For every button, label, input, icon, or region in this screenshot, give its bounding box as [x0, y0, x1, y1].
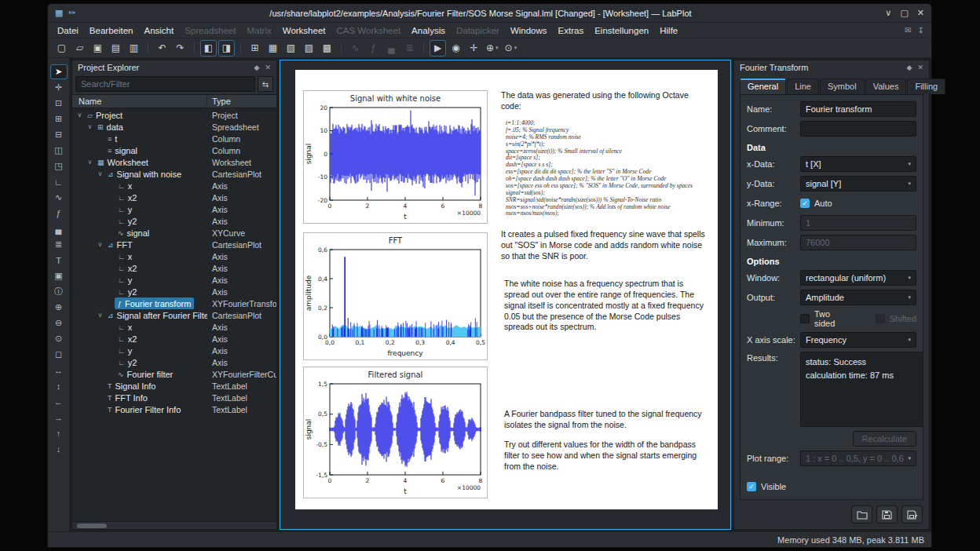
add-plot-four-axes-button[interactable]: ⊞: [50, 111, 68, 126]
download-icon[interactable]: ↧: [918, 26, 924, 35]
add-xy-curve-button[interactable]: ∿: [50, 190, 68, 205]
shift-left-button[interactable]: ←: [50, 394, 68, 409]
tree-row-x[interactable]: ∟xAxis: [72, 321, 276, 333]
maximize-button[interactable]: ▢: [900, 8, 908, 18]
tree-row-y[interactable]: ∟yAxis: [72, 203, 276, 215]
undo-button[interactable]: ↶: [154, 40, 170, 57]
minimize-button[interactable]: ∨: [885, 8, 891, 18]
text-label-octave-code[interactable]: t=1:1:4000;f=.05; % Signal frequencynois…: [506, 120, 708, 217]
plot-signal-with-noise[interactable]: Signal with white noise02468-20-1001020t…: [303, 90, 488, 224]
tree-row-x2[interactable]: ∟x2Axis: [72, 262, 276, 274]
navigate-mode-button[interactable]: ▶: [430, 40, 446, 57]
toggle-project-explorer-button[interactable]: ◧: [200, 40, 217, 57]
plot-filtered-signal[interactable]: Filtered signal02468-1,5-0,50,51,5tsigna…: [303, 367, 488, 498]
zoom-select-mode-button[interactable]: ⊡: [50, 96, 68, 111]
x-axis-scale-combo[interactable]: Frequency▾: [800, 332, 916, 348]
add-plot-two-axes-button[interactable]: ⊟: [50, 127, 68, 142]
tree-row-fourier-transform[interactable]: ƒFourier transformXYFourierTransformCurv…: [72, 297, 276, 309]
tab-filling[interactable]: Filling: [907, 78, 945, 94]
close-button[interactable]: ✕: [917, 8, 924, 18]
expander-icon[interactable]: ∨: [86, 159, 94, 166]
save-project-button[interactable]: ▣: [90, 40, 106, 57]
save-settings-button[interactable]: [876, 505, 898, 524]
add-equation-curve-button[interactable]: ƒ: [50, 206, 68, 221]
fourier-transform-header[interactable]: Fourier Transform ◆ ✕: [734, 60, 929, 75]
zoom-out-button[interactable]: ⊖: [50, 316, 68, 330]
load-settings-button[interactable]: [851, 505, 872, 524]
tree-row-y[interactable]: ∟yAxis: [72, 274, 276, 286]
tree-row-x[interactable]: ∟xAxis: [72, 250, 276, 262]
new-worksheet-button[interactable]: ▧: [283, 40, 299, 57]
dock-float-button[interactable]: ◆: [907, 64, 912, 71]
zoom-mode-button[interactable]: ⊕▾: [484, 40, 501, 57]
crosshair-button[interactable]: ✛: [466, 40, 482, 57]
stop-operation-button[interactable]: ◉: [448, 40, 464, 57]
tab-symbol[interactable]: Symbol: [820, 78, 865, 94]
new-project-button[interactable]: ▢: [53, 40, 70, 57]
tree-row-x[interactable]: ∟xAxis: [72, 180, 276, 192]
tree-row-fft-info[interactable]: TFFT InfoTextLabel: [72, 392, 276, 403]
menu-einstellungen[interactable]: Einstellungen: [589, 24, 654, 37]
new-notes-button[interactable]: ▨: [301, 40, 317, 57]
tree-row-fourier-filter[interactable]: ∿Fourier filterXYFourierFilterCurve: [72, 368, 276, 380]
text-label-signal-info[interactable]: It creates a pulsed fixed frequency sine…: [501, 229, 711, 262]
tab-line[interactable]: Line: [787, 78, 819, 94]
window-combo[interactable]: rectangular (uniform)▾: [800, 270, 916, 286]
tree-column-header[interactable]: Name Type: [72, 94, 276, 108]
menu-ansicht[interactable]: Ansicht: [138, 24, 179, 37]
tree-row-project[interactable]: ∨▱ProjectProject: [72, 109, 276, 121]
x-data-combo[interactable]: t [X]▾: [800, 156, 916, 172]
tree-row-data[interactable]: ∨⊞dataSpreadsheet: [72, 121, 276, 133]
tree-row-signal-info[interactable]: TSignal InfoTextLabel: [72, 380, 276, 392]
worksheet-view[interactable]: Signal with white noise02468-20-1001020t…: [280, 60, 731, 530]
menu-datei[interactable]: Datei: [52, 24, 84, 37]
tree-row-fft[interactable]: ∨⊿FFTCartesianPlot: [72, 239, 276, 250]
tree-row-y2[interactable]: ∟y2Axis: [72, 215, 276, 227]
name-input[interactable]: [800, 101, 916, 117]
text-label-fft-info[interactable]: The white noise has a frequency spectrum…: [504, 279, 710, 333]
scrollbar-handle[interactable]: [77, 524, 107, 528]
menu-windows[interactable]: Windows: [505, 24, 553, 37]
auto-range-checkbox[interactable]: ✓: [800, 199, 810, 208]
menu-worksheet[interactable]: Worksheet: [277, 24, 331, 37]
open-project-button[interactable]: ▱: [71, 40, 88, 57]
search-input[interactable]: [75, 76, 255, 92]
save-default-button[interactable]: [901, 505, 923, 524]
expander-icon[interactable]: ∨: [96, 241, 104, 248]
expander-icon[interactable]: ∨: [86, 123, 94, 130]
horizontal-scrollbar[interactable]: [72, 521, 276, 529]
tree-row-x2[interactable]: ∟x2Axis: [72, 333, 276, 345]
magnification-button[interactable]: ⊙▾: [503, 40, 520, 57]
dock-float-button[interactable]: ◆: [254, 64, 260, 71]
add-plot-template-button[interactable]: ◳: [50, 159, 68, 173]
fit-width-button[interactable]: ↔: [50, 363, 68, 378]
visible-checkbox[interactable]: ✓: [747, 482, 756, 491]
plot-fft[interactable]: FFT0,00,10,20,30,40,50,00,20,40,6frequen…: [303, 232, 488, 360]
column-header-type[interactable]: Type: [207, 95, 276, 108]
expander-icon[interactable]: ∨: [96, 170, 104, 177]
add-info-element-button[interactable]: ⓘ: [50, 284, 68, 299]
expander-icon[interactable]: ∨: [96, 312, 104, 319]
text-label-octave-intro[interactable]: The data was generated using the followi…: [501, 90, 708, 112]
tree-row-fourier-filter-info[interactable]: TFourier Filter InfoTextLabel: [72, 403, 276, 415]
tree-row-signal-after-fourier-filter[interactable]: ∨⊿Signal after Fourier FilterCartesianPl…: [72, 309, 276, 321]
new-folder-button[interactable]: ▩: [319, 40, 335, 57]
menu-analysis[interactable]: Analysis: [406, 24, 451, 37]
new-spreadsheet-button[interactable]: ⊞: [247, 40, 263, 57]
text-label-filter-info-2[interactable]: Try out different values for the width o…: [504, 440, 708, 473]
menu-hilfe[interactable]: Hilfe: [654, 24, 683, 37]
tab-general[interactable]: General: [740, 78, 786, 94]
y-data-combo[interactable]: signal [Y]▾: [800, 176, 916, 192]
crosshair-mode-button[interactable]: ✛: [50, 80, 68, 95]
tree-row-x2[interactable]: ∟x2Axis: [72, 192, 276, 203]
mail-icon[interactable]: ✉: [905, 26, 911, 35]
fit-page-button[interactable]: ◻: [50, 347, 68, 362]
add-text-label-button[interactable]: T: [50, 253, 68, 268]
add-legend-button[interactable]: ≣: [50, 237, 68, 252]
zoom-origin-button[interactable]: ⊙: [50, 331, 68, 346]
redo-button[interactable]: ↷: [172, 40, 188, 57]
print-button[interactable]: ▤: [108, 40, 124, 57]
two-sided-checkbox[interactable]: [800, 314, 810, 323]
tree-row-y2[interactable]: ∟y2Axis: [72, 356, 276, 368]
dock-close-button[interactable]: ✕: [265, 64, 271, 71]
